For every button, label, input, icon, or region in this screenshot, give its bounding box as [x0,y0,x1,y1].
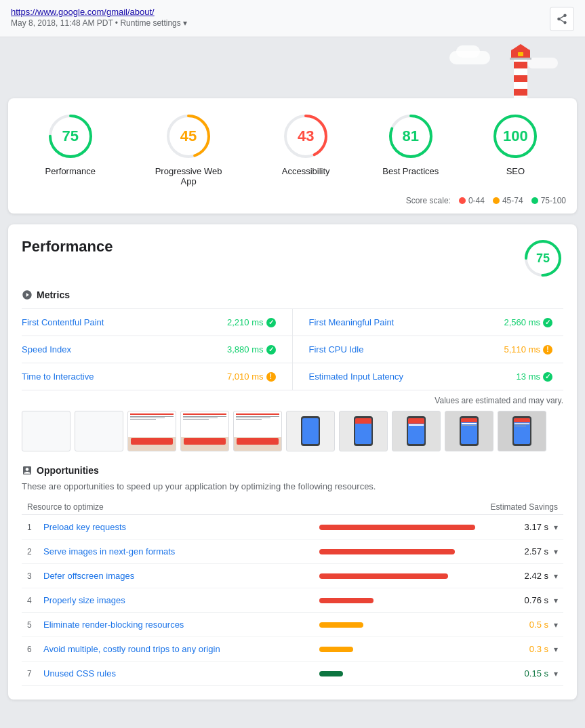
chevron-down-icon[interactable]: ▾ [554,547,558,557]
opportunity-row[interactable]: 6 Avoid multiple, costly round trips to … [22,637,563,662]
opportunity-row[interactable]: 5 Eliminate render-blocking resources 0.… [22,613,563,637]
filmstrip-frame-empty [22,411,70,451]
metric-first-contentful-paint: First Contentful Paint 2,210 ms ✓ [22,309,293,336]
opp-saving: 0.5 s [515,620,548,630]
metric-tti-icon: ! [266,372,276,382]
metric-fmp-val: 2,560 ms [504,317,540,327]
opportunities-header: Opportunities [22,465,563,476]
accessibility-label: Accessibility [282,166,330,176]
score-performance[interactable]: 75 Performance [45,112,96,176]
metric-first-cpu-idle: First CPU Idle 5,110 ms ! [293,336,564,363]
opp-name: Defer offscreen images [43,571,314,581]
opp-name: Eliminate render-blocking resources [43,620,314,630]
performance-section: Performance 75 Metrics First Contentful … [8,224,577,700]
opp-num: 3 [27,571,38,581]
opportunity-row[interactable]: 4 Properly size images 0.76 s ▾ [22,588,563,613]
metric-fmp-icon: ✓ [543,318,552,327]
scale-orange: 45-74 [493,196,523,205]
opportunity-row[interactable]: 7 Unused CSS rules 0.15 s ▾ [22,662,563,686]
performance-circle: 75 [46,112,95,161]
scale-green: 75-100 [531,196,566,205]
metric-si-value: 3,880 ms ✓ [227,344,275,355]
opp-bar [319,573,448,579]
page-url[interactable]: https://www.google.com/gmail/about/ [11,7,187,17]
opp-bar [319,622,363,628]
opp-num: 7 [27,669,38,679]
metric-si-name[interactable]: Speed Index [22,344,71,355]
filmstrip-frame-6 [286,411,335,451]
scale-red: 0-44 [459,196,485,205]
opp-bar-container [319,647,509,652]
metric-fcp-value: 2,210 ms ✓ [227,317,275,327]
metric-fci-icon: ! [543,345,552,355]
opp-bar-container [319,622,509,628]
chevron-down-icon[interactable]: ▾ [554,596,558,605]
svg-rect-2 [514,75,527,82]
opp-num: 4 [27,596,38,605]
pwa-circle: 45 [164,112,213,161]
savings-column-header: Estimated Savings [491,502,558,512]
seo-circle: 100 [491,112,540,161]
chevron-down-icon[interactable]: ▾ [554,645,558,654]
pwa-score: 45 [180,127,197,145]
metric-fci-value: 5,110 ms ! [504,344,552,355]
opp-saving: 0.15 s [515,668,548,679]
scores-card: 75 Performance 45 Progressive Web App [8,98,577,214]
perf-title: Performance [22,238,113,256]
metric-fcp-val: 2,210 ms [227,317,263,327]
opportunities-section: Opportunities These are opportunities to… [22,465,563,686]
opp-bar-container [319,549,509,554]
accessibility-circle: 43 [281,112,330,161]
opportunity-row[interactable]: 3 Defer offscreen images 2.42 s ▾ [22,564,563,588]
opp-bar [319,549,455,554]
chevron-down-icon[interactable]: ▾ [554,669,558,679]
svg-rect-3 [514,89,527,96]
header-info: https://www.google.com/gmail/about/ May … [11,7,187,28]
chevron-down-icon[interactable]: ▾ [554,620,558,630]
seo-score: 100 [503,127,528,145]
accessibility-score: 43 [298,127,314,145]
opp-saving: 3.17 s [515,522,548,532]
score-pwa[interactable]: 45 Progressive Web App [148,112,229,186]
opp-saving: 2.42 s [515,571,548,581]
performance-score: 75 [62,127,79,145]
chevron-down-icon[interactable]: ▾ [554,571,558,581]
score-best-practices[interactable]: 81 Best Practices [382,112,439,176]
metric-fci-name[interactable]: First CPU Idle [309,344,364,355]
scale-range-orange: 45-74 [502,196,523,205]
scale-range-green: 75-100 [541,196,566,205]
filmstrip-frame-3 [127,411,176,451]
share-button[interactable] [550,7,574,31]
metric-tti-value: 7,010 ms ! [227,371,275,382]
metric-fmp-value: 2,560 ms ✓ [504,317,552,327]
opportunities-table-header: Resource to optimize Estimated Savings [22,500,563,515]
opportunity-row[interactable]: 1 Preload key requests 3.17 s ▾ [22,515,563,540]
opp-saving: 2.57 s [515,546,548,557]
perf-score-number: 75 [536,251,550,266]
metric-fcp-name[interactable]: First Contentful Paint [22,317,104,327]
scale-label: Score scale: [406,196,451,205]
opp-num: 6 [27,645,38,654]
score-seo[interactable]: 100 SEO [491,112,540,176]
metric-fmp-name[interactable]: First Meaningful Paint [309,317,395,327]
metric-speed-index: Speed Index 3,880 ms ✓ [22,336,293,363]
score-accessibility[interactable]: 43 Accessibility [281,112,330,176]
opp-num: 5 [27,620,38,630]
metrics-header: Metrics [22,289,563,300]
performance-label: Performance [45,166,96,176]
metric-eil-name[interactable]: Estimated Input Latency [309,371,403,382]
score-scale: Score scale: 0-44 45-74 75-100 [19,196,566,205]
metric-tti-name[interactable]: Time to Interactive [22,371,94,382]
opp-num: 2 [27,547,38,557]
chevron-down-icon[interactable]: ▾ [554,523,558,532]
opp-bar-container [319,671,509,676]
svg-rect-1 [514,62,527,68]
metric-fcp-icon: ✓ [266,318,276,327]
opp-name: Serve images in next-gen formats [43,546,314,557]
chevron-icon: ▾ [183,18,187,28]
opportunity-row[interactable]: 2 Serve images in next-gen formats 2.57 … [22,540,563,564]
metrics-grid: First Contentful Paint 2,210 ms ✓ First … [22,308,563,390]
meta-text: May 8, 2018, 11:48 AM PDT • Runtime sett… [11,18,181,28]
opp-bar-container [319,598,509,603]
opp-bar [319,598,374,603]
